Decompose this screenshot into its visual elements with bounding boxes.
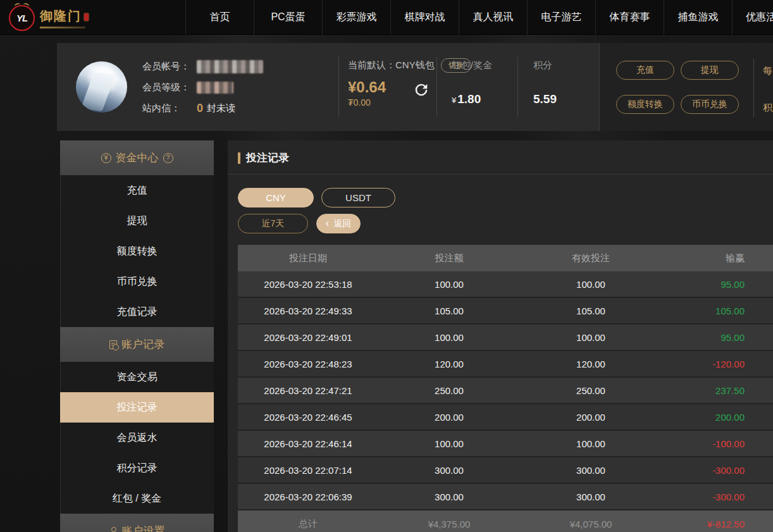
inbox-label: 站内信：	[142, 102, 197, 114]
bet-amount-cell: 100.00	[378, 279, 520, 290]
valid-bet-cell: 250.00	[520, 385, 662, 396]
tab-usdt[interactable]: USDT	[321, 188, 395, 207]
table-row: 2026-03-20 22:07:14300.00300.00-300.00	[238, 457, 773, 484]
sidebar-item-betting-records[interactable]: 投注记录	[60, 392, 214, 423]
nav-item-home[interactable]: 首页	[185, 0, 254, 35]
nav-item-label: 首页	[210, 11, 230, 24]
sidebar-item-member-rebate[interactable]: 会员返水	[60, 423, 214, 453]
bet-date-cell: 2026-03-20 22:49:33	[238, 306, 378, 316]
header-valid-bet: 有效投注	[520, 252, 662, 264]
sidebar-section-funds-center: ¥资金中心?	[60, 140, 214, 175]
action-coin-exchange-button[interactable]: 币币兑换	[681, 95, 739, 114]
divider	[228, 174, 773, 175]
divider	[338, 57, 339, 117]
avatar[interactable]	[76, 61, 127, 113]
bet-date-cell: 2026-03-20 22:49:01	[238, 332, 378, 343]
sidebar-section-title: 账户设置	[122, 524, 165, 532]
member-info: 会员帐号： 会员等级： 站内信： 0 封未读	[142, 58, 263, 121]
tab-cny[interactable]: CNY	[238, 188, 314, 207]
sidebar-item-points-records[interactable]: 积分记录	[60, 453, 214, 483]
nav-item-sports[interactable]: 体育赛事	[595, 0, 664, 35]
inbox-unread-count[interactable]: 0	[197, 102, 203, 115]
refresh-balance-icon[interactable]	[412, 81, 430, 99]
nav-item-board-games[interactable]: 棋牌对战	[390, 0, 459, 35]
sidebar-item-label: 投注记录	[117, 401, 158, 414]
winloss-cell: -100.00	[662, 438, 773, 449]
nav-item-label: PC蛋蛋	[271, 11, 305, 24]
nav-item-electronic-games[interactable]: 电子游艺	[527, 0, 595, 35]
sidebar-item-coin-exchange[interactable]: 币币兑换	[60, 266, 214, 297]
divider	[753, 59, 754, 117]
brand-logo-icon: YL	[9, 5, 35, 31]
account-number-redacted	[197, 60, 263, 73]
action-withdraw-button[interactable]: 提现	[681, 61, 739, 80]
action-recharge-button[interactable]: 充值	[616, 61, 674, 80]
divider	[436, 57, 437, 117]
bet-amount-cell: 300.00	[378, 492, 520, 502]
valid-bet-cell: 120.00	[520, 359, 662, 369]
nav-item-label: 捕鱼游戏	[678, 11, 719, 24]
winloss-cell: 95.00	[662, 332, 773, 343]
brand-text: 御隆门	[40, 8, 89, 28]
header-winloss: 输赢	[662, 252, 773, 264]
sidebar-item-redpacket-bonus[interactable]: 红包 / 奖金	[60, 483, 214, 514]
bet-amount-cell: 250.00	[378, 385, 520, 396]
back-button[interactable]: ‹ 返回	[316, 214, 361, 233]
table-body: 2026-03-20 22:53:18100.00100.0095.002026…	[238, 271, 773, 510]
nav-item-label: 真人视讯	[473, 11, 514, 24]
nav-item-fishing-games[interactable]: 捕鱼游戏	[664, 0, 732, 35]
sidebar-item-recharge[interactable]: 充值	[60, 175, 214, 206]
nav-item-live-casino[interactable]: 真人视讯	[459, 0, 527, 35]
nav-item-pc-dandan[interactable]: PC蛋蛋	[254, 0, 322, 35]
points-label: 积分	[533, 59, 557, 71]
bet-amount-cell: 120.00	[378, 359, 520, 369]
bet-amount-cell: 200.00	[378, 412, 520, 423]
brand-seal-icon	[84, 13, 89, 21]
quick-actions-panel: 充值提现额度转换币币兑换每积	[599, 43, 773, 131]
bonus-value: 1.80	[457, 92, 481, 106]
bet-date-cell: 2026-03-20 22:46:45	[238, 412, 378, 423]
nav-item-label: 棋牌对战	[405, 11, 445, 24]
table-row: 2026-03-20 22:46:45200.00200.00200.00	[238, 404, 773, 431]
bonus-label: 红包/奖金	[452, 59, 492, 71]
winloss-cell: 200.00	[662, 412, 773, 423]
bet-date-cell: 2026-03-20 22:53:18	[238, 279, 378, 290]
total-valid-bet: ¥4,075.00	[520, 519, 662, 529]
date-filter-button[interactable]: 近7天	[238, 214, 308, 233]
winloss-cell: -300.00	[662, 465, 773, 476]
points-value: 5.59	[533, 92, 557, 106]
user-icon	[109, 527, 118, 532]
valid-bet-cell: 100.00	[520, 438, 662, 449]
sidebar-item-quota-transfer[interactable]: 额度转换	[60, 236, 214, 266]
nav-item-promotions[interactable]: 优惠活动	[732, 0, 773, 35]
valid-bet-cell: 100.00	[520, 332, 662, 343]
total-bet-amount: ¥4,375.00	[378, 519, 520, 529]
bet-date-cell: 2026-03-20 22:07:14	[238, 465, 378, 476]
sidebar-item-recharge-records[interactable]: 充值记录	[60, 297, 214, 327]
winloss-cell: -300.00	[662, 492, 773, 502]
bet-amount-cell: 100.00	[378, 332, 520, 343]
sidebar-item-label: 提现	[127, 214, 147, 228]
sidebar: ¥资金中心?充值提现额度转换币币兑换充值记录账户记录资金交易投注记录会员返水积分…	[60, 140, 214, 532]
sidebar-item-withdraw[interactable]: 提现	[60, 206, 214, 236]
sidebar-item-label: 充值	[127, 184, 147, 197]
winloss-cell: 105.00	[662, 306, 773, 316]
sidebar-section-title: 账户记录	[121, 337, 164, 352]
betting-records-table: 投注日期 投注额 有效投注 输赢 2026-03-20 22:53:18100.…	[238, 245, 773, 532]
level-label: 会员等级：	[142, 82, 197, 94]
bonus-currency: ¥	[452, 96, 456, 105]
table-row: 2026-03-20 22:49:01100.00100.0095.00	[238, 325, 773, 351]
bet-date-cell: 2026-03-20 22:48:23	[238, 359, 378, 369]
account-label: 会员帐号：	[142, 61, 197, 73]
nav-item-lottery-games[interactable]: 彩票游戏	[322, 0, 390, 35]
table-row: 2026-03-20 22:47:21250.00250.00237.50	[238, 378, 773, 404]
sidebar-item-label: 积分记录	[117, 462, 158, 475]
brand-logo[interactable]: YL 御隆门	[9, 4, 89, 32]
sidebar-item-fund-transactions[interactable]: 资金交易	[60, 362, 214, 392]
valid-bet-cell: 100.00	[520, 279, 662, 290]
default-wallet-label: 当前默认：CNY钱包	[348, 59, 435, 71]
winloss-cell: 237.50	[662, 385, 773, 396]
action-quota-transfer-button[interactable]: 额度转换	[616, 95, 674, 114]
inbox-unread-suffix: 封未读	[207, 102, 235, 114]
help-icon[interactable]: ?	[163, 153, 173, 163]
